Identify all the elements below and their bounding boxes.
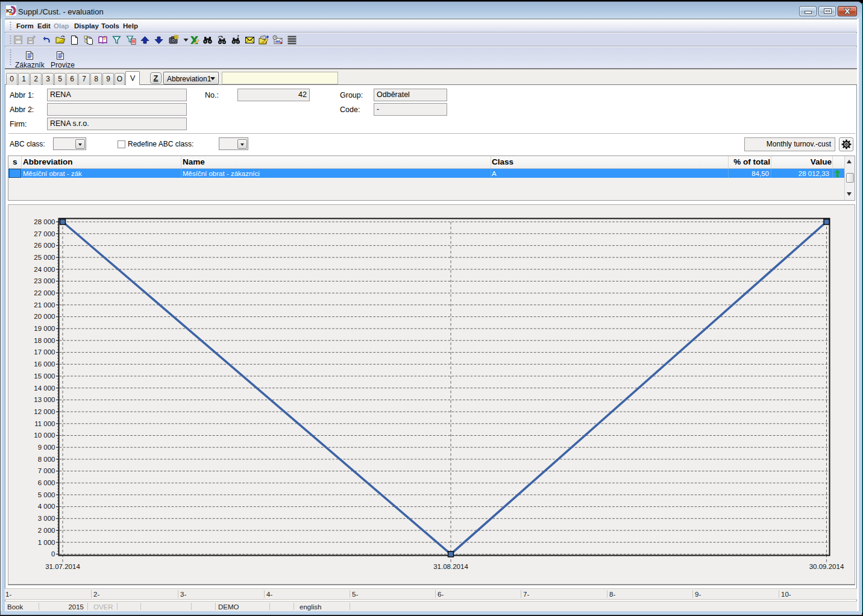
svg-text:21 000: 21 000 [34, 301, 55, 309]
svg-text:7 000: 7 000 [38, 467, 55, 474]
svg-text:23 000: 23 000 [34, 277, 55, 284]
svg-text:5 000: 5 000 [38, 491, 55, 498]
svg-text:2 000: 2 000 [38, 527, 55, 534]
svg-text:1 000: 1 000 [38, 539, 55, 546]
svg-text:18 000: 18 000 [34, 337, 55, 344]
svg-text:0: 0 [51, 550, 55, 558]
svg-text:27 000: 27 000 [34, 230, 55, 237]
svg-text:24 000: 24 000 [34, 266, 55, 273]
svg-text:9 000: 9 000 [38, 444, 55, 451]
svg-text:14 000: 14 000 [34, 385, 55, 392]
svg-text:31.08.2014: 31.08.2014 [433, 563, 468, 570]
svg-text:8 000: 8 000 [38, 456, 55, 463]
svg-text:26 000: 26 000 [34, 242, 55, 249]
svg-text:3 000: 3 000 [38, 515, 55, 522]
svg-text:19 000: 19 000 [34, 325, 55, 332]
svg-text:4 000: 4 000 [38, 503, 55, 510]
svg-text:31.07.2014: 31.07.2014 [45, 563, 80, 570]
svg-text:16 000: 16 000 [34, 360, 55, 368]
svg-text:17 000: 17 000 [34, 348, 55, 356]
svg-text:28 000: 28 000 [34, 218, 55, 225]
svg-text:12 000: 12 000 [34, 408, 55, 415]
svg-text:13 000: 13 000 [34, 396, 55, 403]
svg-text:22 000: 22 000 [34, 289, 55, 297]
svg-text:15 000: 15 000 [34, 372, 55, 380]
svg-text:20 000: 20 000 [34, 313, 55, 320]
svg-text:6 000: 6 000 [38, 479, 55, 486]
svg-text:25 000: 25 000 [34, 254, 55, 261]
svg-text:K2: K2 [6, 8, 12, 14]
svg-text:10 000: 10 000 [34, 432, 55, 439]
svg-text:11 000: 11 000 [34, 420, 55, 427]
svg-text:30.09.2014: 30.09.2014 [809, 563, 844, 570]
